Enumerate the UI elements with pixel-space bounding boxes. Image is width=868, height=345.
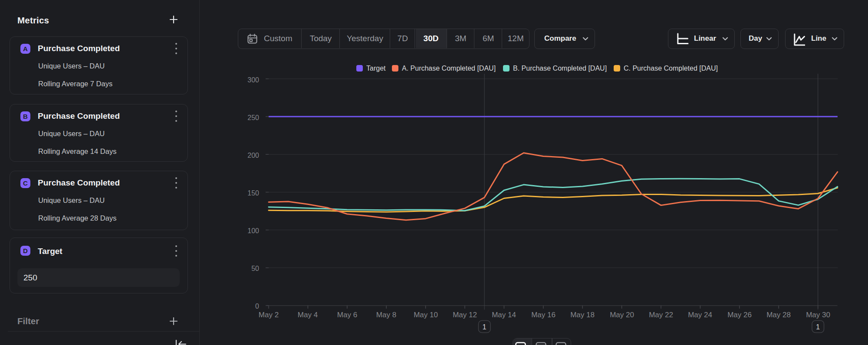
svg-text:May 26: May 26	[727, 311, 752, 319]
svg-text:300: 300	[247, 76, 259, 84]
svg-text:0: 0	[255, 303, 259, 310]
svg-text:May 6: May 6	[337, 311, 357, 319]
svg-text:May 24: May 24	[688, 311, 712, 319]
svg-text:May 22: May 22	[649, 311, 673, 319]
svg-text:May 28: May 28	[766, 311, 791, 319]
svg-text:May 2: May 2	[259, 311, 279, 319]
svg-text:May 14: May 14	[492, 311, 516, 319]
svg-text:50: 50	[251, 265, 259, 272]
svg-text:May 12: May 12	[453, 311, 477, 319]
svg-text:200: 200	[247, 152, 259, 159]
svg-text:1: 1	[816, 323, 820, 331]
svg-text:150: 150	[247, 189, 259, 197]
svg-text:100: 100	[247, 227, 259, 234]
svg-text:250: 250	[247, 114, 259, 121]
svg-text:May 30: May 30	[806, 311, 830, 319]
svg-text:May 16: May 16	[531, 311, 556, 319]
svg-text:May 8: May 8	[376, 311, 396, 319]
svg-text:May 10: May 10	[414, 311, 438, 319]
svg-text:1: 1	[483, 323, 487, 331]
svg-text:May 4: May 4	[298, 311, 318, 319]
svg-text:May 20: May 20	[610, 311, 634, 319]
svg-text:May 18: May 18	[570, 311, 595, 319]
